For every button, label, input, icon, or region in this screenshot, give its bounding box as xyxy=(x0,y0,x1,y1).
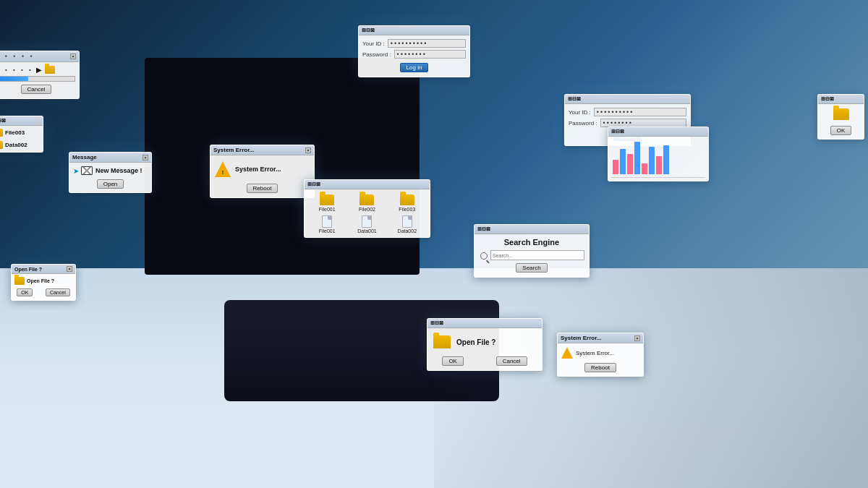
openfile-label: Open File ? xyxy=(456,338,495,346)
cancel-button[interactable]: Cancel xyxy=(21,85,52,94)
file-label-2: Data002 xyxy=(5,142,27,148)
openfile-small-titlebar: Open File ? × xyxy=(12,265,75,274)
progress-bar xyxy=(0,76,75,82)
open-button[interactable]: Open xyxy=(97,179,124,189)
bar-1 xyxy=(613,160,618,174)
message-title: Message xyxy=(72,154,97,160)
search-button[interactable]: Search xyxy=(516,263,547,273)
login1-id-value: •••••••••• xyxy=(391,40,428,47)
folder-icon-f2 xyxy=(359,194,374,205)
arrow-icon: ➤ xyxy=(73,167,79,175)
openfile-cancel-button[interactable]: Cancel xyxy=(496,356,527,366)
login1-pass-value: •••••••• xyxy=(397,51,427,58)
syserror-top-titlebar: System Error... × xyxy=(210,145,314,155)
filemanager-title: • • • • • xyxy=(0,53,35,60)
search-window: ⊞⊟⊠ Search Engine Search xyxy=(474,224,590,278)
folder-label-2: File002 xyxy=(359,207,375,212)
login2-title: ⊞⊟⊠ xyxy=(568,96,581,102)
filemanager-window: • • • • • × • • • • • ▶ Cancel xyxy=(0,51,80,99)
search-icon xyxy=(479,250,489,260)
chart-titlebar: ⊞⊟⊠ xyxy=(608,127,708,137)
close-btn-msg[interactable]: × xyxy=(142,155,148,160)
search-titlebar: ⊞⊟⊠ xyxy=(475,225,589,234)
folder-item-2[interactable]: File002 xyxy=(348,193,386,212)
login1-title: ⊞⊟⊠ xyxy=(362,27,375,33)
syserror-small-label: System Error... xyxy=(576,350,614,356)
fileexplorer-titlebar: ⊞⊟⊠ xyxy=(305,180,430,189)
login2-id-label: Your ID : xyxy=(569,109,591,116)
folder-label-1: File001 xyxy=(319,207,336,212)
folder-icon-2 xyxy=(0,141,3,149)
login2-pass-label: Password : xyxy=(569,120,597,127)
openfile-sm-label: Open File ? xyxy=(27,278,54,283)
file-label: File003 xyxy=(5,129,25,136)
fileexplorer-title: ⊞⊟⊠ xyxy=(307,181,320,187)
close-btn-err[interactable]: × xyxy=(305,147,311,153)
close-btn[interactable]: × xyxy=(70,53,76,59)
openfile-small-title: Open File ? xyxy=(14,267,42,272)
message-label: New Message ! xyxy=(95,167,142,174)
filemanager-titlebar: • • • • • × xyxy=(0,51,79,62)
search-bar xyxy=(479,250,584,260)
openfile-titlebar: ⊞⊟⊠ xyxy=(427,319,542,328)
file-item-3[interactable]: Data002 xyxy=(388,215,426,234)
file-label-3: Data002 xyxy=(398,228,417,234)
login2-id-value: •••••••••• xyxy=(597,108,634,116)
search-input[interactable] xyxy=(490,250,584,260)
folder-item-1[interactable]: File001 xyxy=(308,193,346,212)
openfile-ok-button[interactable]: OK xyxy=(442,356,464,366)
syserror-small-titlebar: System Error... × xyxy=(558,333,643,343)
bar-8 xyxy=(663,145,669,174)
topright-title: ⊞⊟⊠ xyxy=(821,96,834,102)
file-icon-2 xyxy=(362,215,372,228)
openfile-window: ⊞⊟⊠ Open File ? OK Cancel xyxy=(427,318,542,371)
folder-item-3[interactable]: File003 xyxy=(388,193,426,212)
fileexplorer-window: ⊞⊟⊠ File001 File002 File003 File001 xyxy=(304,179,430,238)
bar-7 xyxy=(656,156,662,174)
magnify-icon xyxy=(480,252,488,260)
reboot-button-small[interactable]: Reboot xyxy=(584,363,616,372)
openfile-title: ⊞⊟⊠ xyxy=(430,320,443,326)
chart-bars-area xyxy=(611,140,705,176)
bar-2 xyxy=(620,149,626,174)
login1-titlebar: ⊞⊟⊠ xyxy=(359,26,469,35)
file-item-2[interactable]: Data001 xyxy=(348,215,386,234)
openfile-sm-ok[interactable]: OK xyxy=(17,288,33,296)
file-label-1: File001 xyxy=(319,228,336,234)
bar-5 xyxy=(642,163,647,174)
filesmall-titlebar: ⊞⊟⊠ xyxy=(0,116,43,126)
chart-window: ⊞⊟⊠ xyxy=(608,127,709,181)
folder-label-3: File003 xyxy=(399,207,415,212)
file-icon-1 xyxy=(322,215,332,228)
filesmall-title: ⊞⊟⊠ xyxy=(0,118,6,124)
close-btn-err-sm[interactable]: × xyxy=(634,335,640,341)
openfile-small-window: Open File ? × Open File ? OK Cancel xyxy=(11,264,76,301)
file-label-2: Data001 xyxy=(357,228,376,234)
login1-window: ⊞⊟⊠ Your ID : •••••••••• Password : ••••… xyxy=(358,25,470,77)
file-icon-3 xyxy=(402,215,412,228)
topright-ok-button[interactable]: OK xyxy=(830,126,852,135)
search-title-dots: ⊞⊟⊠ xyxy=(477,226,490,232)
login1-button[interactable]: Log in xyxy=(400,63,429,72)
openfile-sm-cancel[interactable]: Cancel xyxy=(46,288,70,296)
login1-id-label: Your ID : xyxy=(362,40,385,47)
message-window: Message × ➤ New Message ! Open xyxy=(69,152,152,193)
login2-titlebar: ⊞⊟⊠ xyxy=(565,95,690,104)
bar-4 xyxy=(634,142,640,174)
reboot-button-top[interactable]: Reboot xyxy=(247,184,278,193)
syserror-top-window: System Error... × ! System Error... Rebo… xyxy=(210,145,315,198)
close-btn-of[interactable]: × xyxy=(67,266,72,272)
chart-title: ⊞⊟⊠ xyxy=(611,129,624,134)
topright-folder-icon xyxy=(833,108,849,120)
openfile-sm-icon xyxy=(14,277,25,285)
folder-icon-f3 xyxy=(400,194,414,205)
openfile-folder-icon xyxy=(433,335,451,348)
bar-6 xyxy=(649,147,655,174)
syserror-top-label: System Error... xyxy=(235,166,281,173)
folder-icon xyxy=(0,129,3,137)
syserror-top-title: System Error... xyxy=(213,147,254,153)
login1-pass-label: Password : xyxy=(362,51,391,58)
search-engine-title: Search Engine xyxy=(479,238,584,247)
file-item-1[interactable]: File001 xyxy=(308,215,346,234)
email-icon xyxy=(81,166,93,175)
